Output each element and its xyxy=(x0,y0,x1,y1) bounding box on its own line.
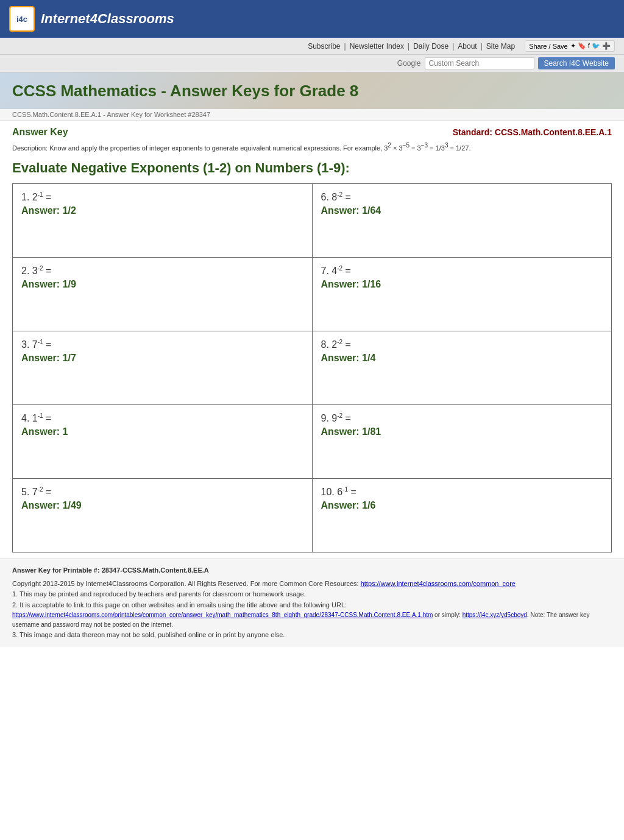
problem-answer-10: Answer: 1/6 xyxy=(321,500,603,511)
nav-daily-dose[interactable]: Daily Dose xyxy=(410,42,452,51)
problem-answer-3: Answer: 1/7 xyxy=(21,353,303,364)
problem-number-1: 1. 2-1 = xyxy=(21,191,303,203)
footer: Answer Key for Printable #: 28347-CCSS.M… xyxy=(0,559,624,647)
footer-short-url-link[interactable]: https://i4c.xyz/yd5cboyd xyxy=(463,612,527,618)
problem-cell-9: 9. 9-2 = Answer: 1/81 xyxy=(313,405,612,478)
problem-answer-9: Answer: 1/81 xyxy=(321,426,603,437)
worksheet-title: Evaluate Negative Exponents (1-2) on Num… xyxy=(12,160,612,176)
problem-number-5: 5. 7-2 = xyxy=(21,486,303,498)
problem-row: 3. 7-1 = Answer: 1/7 8. 2-2 = Answer: 1/… xyxy=(13,331,611,405)
problem-cell-3: 3. 7-1 = Answer: 1/7 xyxy=(13,331,313,404)
nav-site-map[interactable]: Site Map xyxy=(483,42,519,51)
problem-answer-4: Answer: 1 xyxy=(21,426,303,437)
problem-number-2: 2. 3-2 = xyxy=(21,265,303,277)
share-label: Share / Save xyxy=(529,43,568,50)
search-input[interactable] xyxy=(425,57,534,69)
problem-answer-1: Answer: 1/2 xyxy=(21,205,303,216)
problem-answer-2: Answer: 1/9 xyxy=(21,279,303,290)
answer-key-header: Answer Key Standard: CCSS.Math.Content.8… xyxy=(12,127,612,138)
problem-number-8: 8. 2-2 = xyxy=(321,339,603,350)
problem-cell-1: 1. 2-1 = Answer: 1/2 xyxy=(13,184,313,257)
standard-label: Standard: CCSS.Math.Content.8.EE.A.1 xyxy=(453,127,612,137)
problem-row: 5. 7-2 = Answer: 1/49 10. 6-1 = Answer: … xyxy=(13,479,611,552)
problem-answer-7: Answer: 1/16 xyxy=(321,279,603,290)
breadcrumb: CCSS.Math.Content.8.EE.A.1 - Answer Key … xyxy=(0,109,624,121)
problem-cell-8: 8. 2-2 = Answer: 1/4 xyxy=(313,331,612,404)
problem-cell-6: 6. 8-2 = Answer: 1/64 xyxy=(313,184,612,257)
problem-row: 2. 3-2 = Answer: 1/9 7. 4-2 = Answer: 1/… xyxy=(13,258,611,331)
problem-cell-10: 10. 6-1 = Answer: 1/6 xyxy=(313,479,612,552)
problem-number-4: 4. 1-1 = xyxy=(21,412,303,424)
problem-answer-5: Answer: 1/49 xyxy=(21,500,303,511)
problems-grid: 1. 2-1 = Answer: 1/2 6. 8-2 = Answer: 1/… xyxy=(12,183,612,552)
page-title: CCSS Mathematics - Answer Keys for Grade… xyxy=(12,82,612,101)
problem-answer-6: Answer: 1/64 xyxy=(321,205,603,216)
footer-url-long: https://www.internet4classrooms.com/prin… xyxy=(12,610,612,630)
problem-row: 4. 1-1 = Answer: 1 9. 9-2 = Answer: 1/81 xyxy=(13,405,611,479)
search-button[interactable]: Search I4C Website xyxy=(538,57,615,69)
problem-row: 1. 2-1 = Answer: 1/2 6. 8-2 = Answer: 1/… xyxy=(13,184,611,258)
problem-cell-5: 5. 7-2 = Answer: 1/49 xyxy=(13,479,313,552)
search-bar: Google Search I4C Website xyxy=(0,55,624,72)
description: Description: Know and apply the properti… xyxy=(12,141,612,153)
problem-cell-4: 4. 1-1 = Answer: 1 xyxy=(13,405,313,478)
footer-note-3: 3. This image and data thereon may not b… xyxy=(12,630,612,641)
footer-note-1: 1. This may be printed and reproduced by… xyxy=(12,589,612,600)
problem-number-3: 3. 7-1 = xyxy=(21,339,303,350)
nav-subscribe[interactable]: Subscribe xyxy=(304,42,344,51)
problem-cell-2: 2. 3-2 = Answer: 1/9 xyxy=(13,258,313,331)
problem-number-9: 9. 9-2 = xyxy=(321,412,603,424)
problem-answer-8: Answer: 1/4 xyxy=(321,353,603,364)
footer-copyright: Copyright 2013-2015 by Internet4Classroo… xyxy=(12,579,612,590)
footer-common-core-link[interactable]: https://www.internet4classrooms.com/comm… xyxy=(361,580,516,587)
problem-number-7: 7. 4-2 = xyxy=(321,265,603,277)
share-widget[interactable]: Share / Save ✦ 🔖 f 🐦 ➕ xyxy=(525,40,615,52)
google-label: Google xyxy=(397,59,421,68)
problem-number-6: 6. 8-2 = xyxy=(321,191,603,203)
share-icons: ✦ 🔖 f 🐦 ➕ xyxy=(570,42,611,50)
footer-note-2: 2. It is acceptable to link to this page… xyxy=(12,600,612,611)
nav-about[interactable]: About xyxy=(454,42,480,51)
problem-number-10: 10. 6-1 = xyxy=(321,486,603,498)
answer-key-title: Answer Key xyxy=(12,127,68,138)
main-content: Answer Key Standard: CCSS.Math.Content.8… xyxy=(0,121,624,559)
nav-newsletter-index[interactable]: Newsletter Index xyxy=(346,42,408,51)
logo-area: i4c Internet4Classrooms xyxy=(9,6,174,32)
footer-printable-label: Answer Key for Printable #: 28347-CCSS.M… xyxy=(12,565,612,576)
logo-icon: i4c xyxy=(9,6,35,32)
site-name: Internet4Classrooms xyxy=(41,11,174,27)
header: i4c Internet4Classrooms xyxy=(0,0,624,38)
footer-long-url-link[interactable]: https://www.internet4classrooms.com/prin… xyxy=(12,612,433,618)
hero-banner: CCSS Mathematics - Answer Keys for Grade… xyxy=(0,72,624,109)
problem-cell-7: 7. 4-2 = Answer: 1/16 xyxy=(313,258,612,331)
top-nav: Subscribe | Newsletter Index | Daily Dos… xyxy=(0,38,624,55)
